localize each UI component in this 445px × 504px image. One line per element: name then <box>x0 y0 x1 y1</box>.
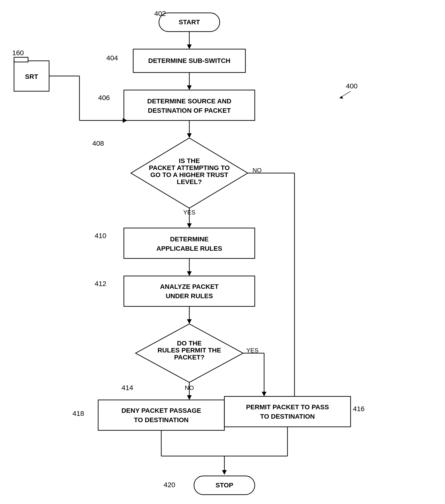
yes-label-2: YES <box>246 347 258 354</box>
ref-410: 410 <box>95 232 106 239</box>
step-416 <box>224 396 351 427</box>
srt-label: SRT <box>25 73 38 80</box>
step-412-line1: ANALYZE PACKET <box>160 283 219 290</box>
ref-160: 160 <box>12 49 24 57</box>
step-418 <box>98 400 224 430</box>
diamond-414-line2: RULES PERMIT THE <box>157 347 221 354</box>
ref-420: 420 <box>164 481 175 488</box>
stop-label: STOP <box>216 482 233 489</box>
diamond-408-line3: GO TO A HIGHER TRUST <box>150 171 228 179</box>
step-416-line1: PERMIT PACKET TO PASS <box>246 403 329 411</box>
step-410-line2: APPLICABLE RULES <box>156 245 222 252</box>
step-406 <box>124 90 255 120</box>
step-406-line1: DETERMINE SOURCE AND <box>147 98 231 105</box>
ref-400: 400 <box>346 82 358 90</box>
step-416-line2: TO DESTINATION <box>260 413 315 420</box>
diamond-408-line2: PACKET ATTEMPTING TO <box>149 164 230 171</box>
srt-tab <box>14 57 28 62</box>
step-412-line2: UNDER RULES <box>166 292 213 300</box>
step-418-line1: DENY PACKET PASSAGE <box>121 407 201 414</box>
ref-406: 406 <box>98 94 110 102</box>
step-418-line2: TO DESTINATION <box>134 416 188 424</box>
step-406-line2: DESTINATION OF PACKET <box>148 107 231 114</box>
step-404-label: DETERMINE SUB-SWITCH <box>148 57 230 64</box>
diamond-414-line3: PACKET? <box>174 354 205 361</box>
diagram-container: SRT 160 400 START 402 DETERMINE SUB-SWIT… <box>0 0 445 504</box>
ref-404: 404 <box>106 54 118 62</box>
step-412 <box>124 276 255 306</box>
step-410 <box>124 228 255 258</box>
ref-408: 408 <box>92 139 104 147</box>
diamond-408-line1: IS THE <box>179 157 200 164</box>
ref-416: 416 <box>353 405 365 413</box>
diamond-408-line4: LEVEL? <box>177 178 202 185</box>
ref-414: 414 <box>121 384 133 392</box>
ref-402: 402 <box>154 10 166 17</box>
ref-418: 418 <box>72 410 84 417</box>
ref-412: 412 <box>95 280 106 288</box>
step-410-line1: DETERMINE <box>170 235 209 243</box>
no-label-1: NO <box>253 167 262 174</box>
start-label: START <box>179 18 200 26</box>
diamond-414-line1: DO THE <box>177 340 202 347</box>
